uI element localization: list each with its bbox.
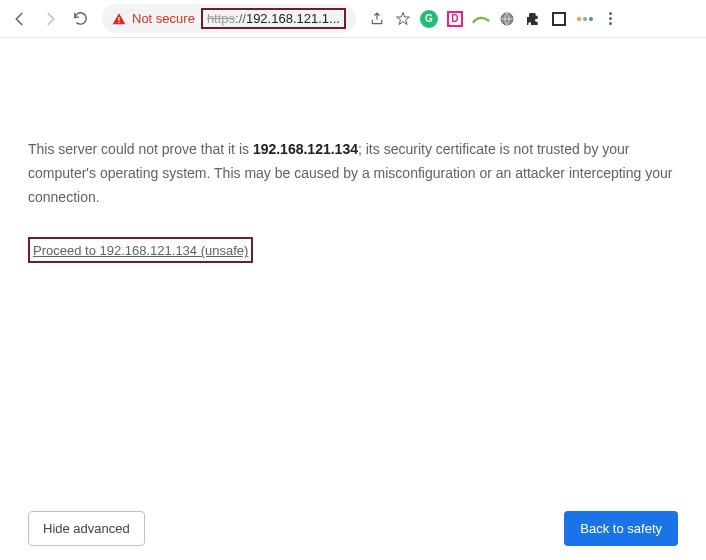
not-secure-label: Not secure <box>132 11 195 26</box>
url-separator: :// <box>235 11 246 26</box>
address-bar[interactable]: Not secure https :// 192.168.121.1... <box>102 4 356 33</box>
url-highlight: https :// 192.168.121.1... <box>201 8 346 29</box>
extension-swoosh-icon[interactable] <box>472 10 490 28</box>
forward-button[interactable] <box>38 7 62 31</box>
back-button[interactable] <box>8 7 32 31</box>
back-to-safety-button[interactable]: Back to safety <box>564 511 678 546</box>
url-scheme: https <box>207 11 235 26</box>
proceed-link[interactable]: Proceed to 192.168.121.134 (unsafe) <box>33 243 248 258</box>
svg-rect-0 <box>118 17 119 21</box>
bookmark-star-icon[interactable] <box>394 10 412 28</box>
panel-toggle-icon[interactable] <box>550 10 568 28</box>
warning-host: 192.168.121.134 <box>253 141 358 157</box>
hide-advanced-button[interactable]: Hide advanced <box>28 511 145 546</box>
footer-buttons: Hide advanced Back to safety <box>28 511 678 546</box>
url-host: 192.168.121.1... <box>246 11 340 26</box>
share-icon[interactable] <box>368 10 386 28</box>
svg-rect-1 <box>118 21 119 22</box>
profile-dots-icon[interactable] <box>576 10 594 28</box>
warning-text-prefix: This server could not prove that it is <box>28 141 253 157</box>
reload-button[interactable] <box>68 7 92 31</box>
toolbar-actions: G D <box>368 10 620 28</box>
menu-icon[interactable] <box>602 10 620 28</box>
extension-d-icon[interactable]: D <box>446 10 464 28</box>
extension-g-icon[interactable]: G <box>420 10 438 28</box>
extension-globe-icon[interactable] <box>498 10 516 28</box>
warning-message: This server could not prove that it is 1… <box>28 138 678 209</box>
extensions-puzzle-icon[interactable] <box>524 10 542 28</box>
browser-toolbar: Not secure https :// 192.168.121.1... G … <box>0 0 706 38</box>
proceed-highlight: Proceed to 192.168.121.134 (unsafe) <box>28 237 253 263</box>
page-content: This server could not prove that it is 1… <box>0 38 706 263</box>
warning-triangle-icon <box>112 12 126 26</box>
